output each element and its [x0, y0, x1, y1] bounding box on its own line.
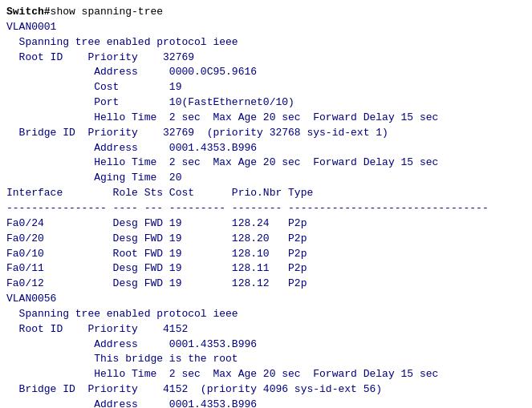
terminal-line: Cost 19	[6, 80, 526, 95]
terminal-line: Interface Role Sts Cost Prio.Nbr Type	[6, 186, 526, 201]
terminal-line: Fa0/10 Root FWD 19 128.10 P2p	[6, 247, 526, 262]
terminal-line: Fa0/20 Desg FWD 19 128.20 P2p	[6, 232, 526, 247]
terminal-line: Address 0001.4353.B996	[6, 398, 526, 408]
terminal-line: Switch#show spanning-tree	[6, 5, 526, 20]
terminal-line: Bridge ID Priority 32769 (priority 32768…	[6, 126, 526, 141]
terminal-line: Root ID Priority 32769	[6, 50, 526, 66]
terminal-line: Bridge ID Priority 4152 (priority 4096 s…	[6, 382, 526, 398]
terminal-line: Address 0001.4353.B996	[6, 141, 526, 156]
terminal-line: Aging Time 20	[6, 171, 526, 186]
terminal-line: Fa0/24 Desg FWD 19 128.24 P2p	[6, 216, 526, 232]
terminal-line: Hello Time 2 sec Max Age 20 sec Forward …	[6, 111, 526, 126]
terminal-window: Switch#show spanning-treeVLAN0001 Spanni…	[0, 0, 532, 408]
terminal-line: Hello Time 2 sec Max Age 20 sec Forward …	[6, 156, 526, 171]
terminal-line: VLAN0056	[6, 292, 526, 307]
terminal-line: Address 0000.0C95.9616	[6, 65, 526, 80]
terminal-line: Fa0/11 Desg FWD 19 128.11 P2p	[6, 261, 526, 277]
terminal-line: Address 0001.4353.B996	[6, 337, 526, 353]
terminal-line: Port 10(FastEthernet0/10)	[6, 95, 526, 111]
terminal-line: Spanning tree enabled protocol ieee	[6, 35, 526, 50]
terminal-line: Hello Time 2 sec Max Age 20 sec Forward …	[6, 367, 526, 382]
terminal-line: Fa0/12 Desg FWD 19 128.12 P2p	[6, 277, 526, 292]
prompt-text: Switch#	[6, 6, 51, 18]
terminal-line: VLAN0001	[6, 20, 526, 35]
terminal-line: Root ID Priority 4152	[6, 322, 526, 337]
terminal-line: Spanning tree enabled protocol ieee	[6, 307, 526, 322]
command-text: show spanning-tree	[51, 6, 163, 18]
terminal-line: This bridge is the root	[6, 352, 526, 367]
terminal-line: ---------------- ---- --- --------- ----…	[6, 201, 526, 216]
